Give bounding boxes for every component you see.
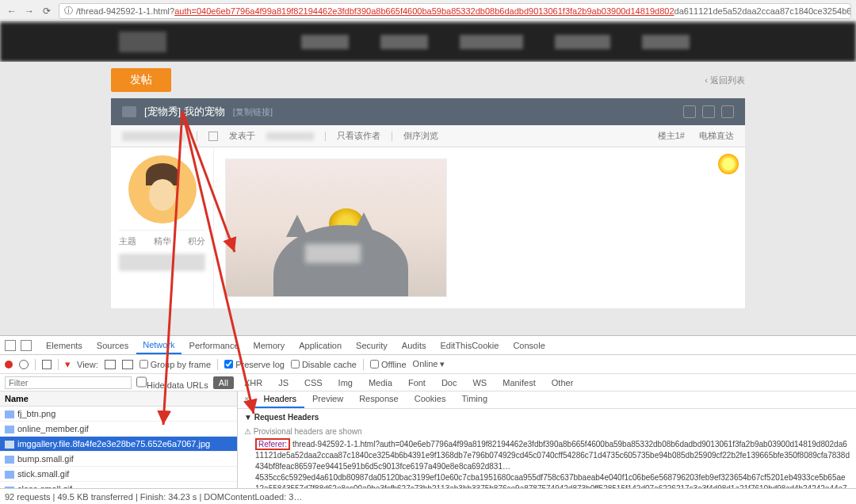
- tab-audits[interactable]: Audits: [396, 338, 433, 353]
- forward-button[interactable]: →: [22, 4, 36, 18]
- elevator-link[interactable]: 电梯直达: [699, 130, 734, 142]
- sun-icon: [718, 154, 739, 174]
- view-label: View:: [77, 360, 98, 369]
- tab-memory[interactable]: Memory: [247, 338, 292, 353]
- prev-icon[interactable]: [702, 105, 715, 118]
- request-row[interactable]: online_member.gif: [0, 422, 237, 437]
- only-author-link[interactable]: 只看该作者: [337, 130, 380, 142]
- hex-block: 4535cc6c5929ed4a610db80987da05120bac3199…: [244, 472, 850, 488]
- disable-cache-checkbox[interactable]: Disable cache: [291, 360, 357, 369]
- user-tab-essence[interactable]: 精华: [154, 235, 171, 247]
- view-large-icon[interactable]: [105, 360, 116, 369]
- tab-console[interactable]: Console: [506, 338, 551, 353]
- post-image[interactable]: [225, 158, 447, 297]
- rtab-headers[interactable]: Headers: [255, 391, 304, 408]
- offline-checkbox[interactable]: Offline: [370, 360, 407, 369]
- network-status-bar: 92 requests | 49.5 KB transferred | Fini…: [0, 488, 856, 504]
- rtab-cookies[interactable]: Cookies: [407, 391, 454, 408]
- chip-media[interactable]: Media: [363, 376, 398, 389]
- address-bar[interactable]: ⓘ /thread-942592-1-1.html?auth=040e6eb77…: [59, 3, 851, 19]
- thread-meta-bar: 发表于 只看该作者 倒序浏览 楼主1# 电梯直达: [111, 125, 745, 147]
- chip-manifest[interactable]: Manifest: [497, 376, 541, 389]
- copy-link-button[interactable]: [复制链接]: [233, 106, 273, 118]
- status-text: 92 requests | 49.5 KB transferred | Fini…: [5, 492, 302, 502]
- tab-performance[interactable]: Performance: [183, 338, 246, 353]
- rtab-timing[interactable]: Timing: [453, 391, 495, 408]
- provisional-warning: Provisional headers are shown: [254, 427, 362, 436]
- chip-js[interactable]: JS: [273, 376, 294, 389]
- url-prefix: /thread-942592-1-1.html?: [76, 6, 174, 16]
- tab-sources[interactable]: Sources: [90, 338, 135, 353]
- new-post-button[interactable]: 发帖: [111, 68, 171, 92]
- referer-value: thread-942592-1-1.html?auth=040e6eb7796a…: [255, 440, 850, 471]
- group-frame-checkbox[interactable]: Group by frame: [139, 360, 211, 369]
- headers-panel: ▼ Request Headers ⚠ Provisional headers …: [238, 409, 856, 488]
- user-tab-topic[interactable]: 主题: [119, 235, 136, 247]
- devtools-tabs: Elements Sources Network Performance Mem…: [0, 336, 856, 355]
- chip-img[interactable]: Img: [333, 376, 358, 389]
- posted-by-label: 发表于: [229, 130, 255, 142]
- tab-network[interactable]: Network: [136, 337, 181, 354]
- devtools-panel: Elements Sources Network Performance Mem…: [0, 335, 856, 504]
- request-row[interactable]: bump.small.gif: [0, 452, 237, 467]
- tab-elements[interactable]: Elements: [40, 338, 89, 353]
- tab-application[interactable]: Application: [292, 338, 348, 353]
- user-signature: [119, 254, 205, 271]
- next-icon[interactable]: [721, 105, 734, 118]
- throttle-select[interactable]: Online ▾: [413, 359, 445, 369]
- request-headers-section[interactable]: ▼ Request Headers: [244, 410, 850, 425]
- tab-editthiscookie[interactable]: EditThisCookie: [434, 338, 505, 353]
- request-row[interactable]: fj_btn.png: [0, 407, 237, 422]
- name-column-header[interactable]: Name: [0, 391, 237, 407]
- thread-title-text: [宠物秀] 我的宠物: [144, 105, 225, 119]
- page-content: 发帖 ‹ 返回列表 [宠物秀] 我的宠物 [复制链接] 发表于 只看该作者 倒序…: [0, 62, 856, 335]
- chip-doc[interactable]: Doc: [436, 376, 463, 389]
- close-detail-button[interactable]: ×: [238, 391, 255, 408]
- clear-button[interactable]: [19, 360, 29, 369]
- capture-icon[interactable]: [42, 360, 52, 369]
- post-time: [266, 132, 314, 140]
- reload-button[interactable]: ⟳: [40, 4, 54, 18]
- author-avatar-icon: [208, 132, 218, 141]
- filter-row: Hide data URLs All XHR JS CSS Img Media …: [0, 374, 856, 391]
- user-sidebar: 主题 精华 积分: [111, 147, 214, 308]
- browser-toolbar: ← → ⟳ ⓘ /thread-942592-1-1.html?auth=040…: [0, 0, 856, 22]
- request-row[interactable]: close.small.gif: [0, 482, 237, 488]
- inspect-icon[interactable]: [5, 340, 16, 351]
- chip-font[interactable]: Font: [403, 376, 431, 389]
- reverse-order-link[interactable]: 倒序浏览: [403, 130, 438, 142]
- back-button[interactable]: ←: [5, 4, 19, 18]
- chip-all[interactable]: All: [213, 376, 234, 389]
- network-toolbar: ▾ View: Group by frame Preserve log Disa…: [0, 355, 856, 374]
- chip-css[interactable]: CSS: [299, 376, 328, 389]
- back-to-list-link[interactable]: ‹ 返回列表: [705, 74, 745, 86]
- referer-key: Referer:: [255, 438, 290, 450]
- site-header: [0, 22, 856, 62]
- forum-icon: [122, 106, 136, 117]
- request-list: Name fj_btn.png online_member.gif imggal…: [0, 391, 238, 488]
- filter-toggle-icon[interactable]: ▾: [65, 358, 71, 370]
- tab-security[interactable]: Security: [350, 338, 394, 353]
- user-avatar[interactable]: [128, 155, 197, 223]
- author-name: [122, 132, 185, 141]
- request-row-selected[interactable]: imggallery.file.8fa4fe2e3e28be75.652e6a7…: [0, 437, 237, 452]
- url-highlight: auth=040e6eb7796a4f99a819f82194462e3fdbf…: [174, 6, 674, 16]
- user-tab-points[interactable]: 积分: [188, 235, 205, 247]
- view-small-icon[interactable]: [122, 360, 133, 369]
- preserve-log-checkbox[interactable]: Preserve log: [224, 360, 285, 369]
- thread-title-bar: [宠物秀] 我的宠物 [复制链接]: [111, 98, 745, 125]
- record-button[interactable]: [5, 361, 13, 368]
- request-row[interactable]: stick.small.gif: [0, 467, 237, 482]
- rtab-preview[interactable]: Preview: [304, 391, 351, 408]
- post-content: [214, 147, 745, 308]
- chip-ws[interactable]: WS: [467, 376, 492, 389]
- chip-other[interactable]: Other: [546, 376, 579, 389]
- request-detail: × Headers Preview Response Cookies Timin…: [238, 391, 856, 488]
- rtab-response[interactable]: Response: [351, 391, 407, 408]
- print-icon[interactable]: [683, 105, 696, 118]
- site-info-icon[interactable]: ⓘ: [64, 5, 73, 17]
- filter-input[interactable]: [5, 376, 132, 389]
- device-icon[interactable]: [21, 340, 32, 351]
- hide-data-urls-checkbox[interactable]: Hide data URLs: [136, 376, 208, 390]
- chip-xhr[interactable]: XHR: [239, 376, 268, 389]
